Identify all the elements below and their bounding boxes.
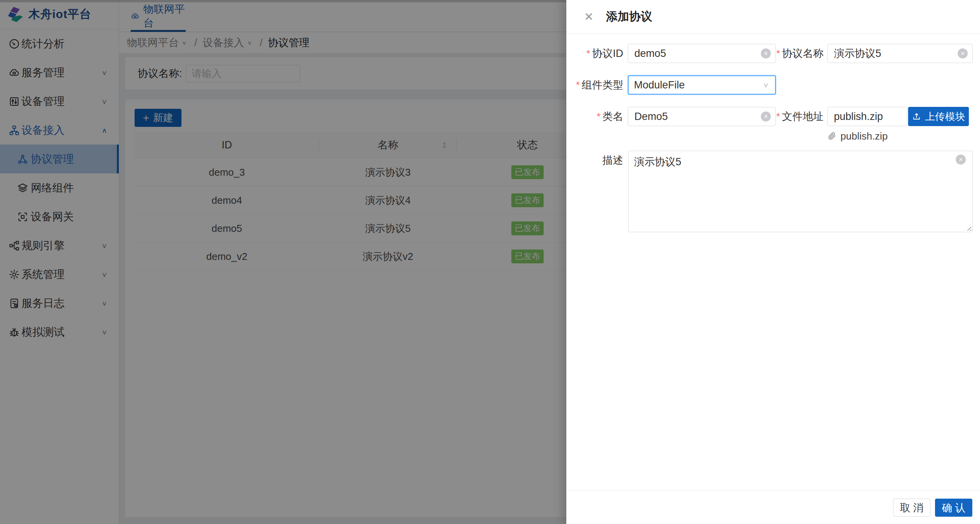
cancel-button[interactable]: 取 消 [893,499,930,517]
class-name-field: × [628,107,776,126]
paperclip-icon [827,131,837,141]
clear-icon[interactable]: × [958,48,968,58]
file-address-input[interactable] [828,107,907,126]
required-mark: * [586,48,590,59]
protocol-id-label: *协议ID [586,44,623,63]
required-mark: * [776,111,780,122]
protocol-name-input[interactable] [828,44,972,63]
drawer-footer: 取 消 确 认 [566,491,980,524]
uploaded-file-name: publish.zip [840,130,888,142]
clear-icon[interactable]: × [761,111,771,121]
uploaded-file[interactable]: publish.zip [827,130,888,142]
file-address-field [827,107,907,126]
app-root: 木舟iot平台 统计分析 服务管理 ∨ 设备管理 ∨ [0,0,980,524]
upload-button-label: 上传模块 [925,110,965,123]
required-mark: * [576,79,580,91]
required-mark: * [597,111,601,122]
drawer-header: ✕ 添加协议 [566,0,980,34]
required-mark: * [776,48,780,59]
class-name-input[interactable] [628,107,775,126]
clear-icon[interactable]: × [761,48,771,58]
chevron-down-icon: ∨ [763,81,769,89]
clear-icon[interactable]: × [956,155,966,165]
protocol-id-input[interactable] [628,44,775,63]
drawer-title: 添加协议 [606,9,652,25]
class-name-label: *类名 [597,107,623,126]
close-icon[interactable]: ✕ [584,11,594,23]
description-textarea[interactable]: 演示协议5 [628,151,973,232]
add-protocol-drawer: ✕ 添加协议 *协议ID × *协议名称 × *组件类型 ModuleFile … [566,0,980,524]
component-type-value: ModuleFile [634,79,685,91]
file-address-label: *文件地址 [776,107,824,126]
top-shade [0,0,566,2]
component-type-select[interactable]: ModuleFile ∨ [628,75,776,95]
protocol-name-label: *协议名称 [776,44,824,63]
upload-icon [912,112,921,121]
confirm-button[interactable]: 确 认 [935,499,972,517]
protocol-id-field: × [628,44,776,63]
component-type-label: *组件类型 [576,75,623,95]
upload-module-button[interactable]: 上传模块 [908,107,969,126]
drawer-mask[interactable] [0,0,566,524]
protocol-name-field: × [827,44,973,63]
description-label: 描述 [602,151,623,170]
